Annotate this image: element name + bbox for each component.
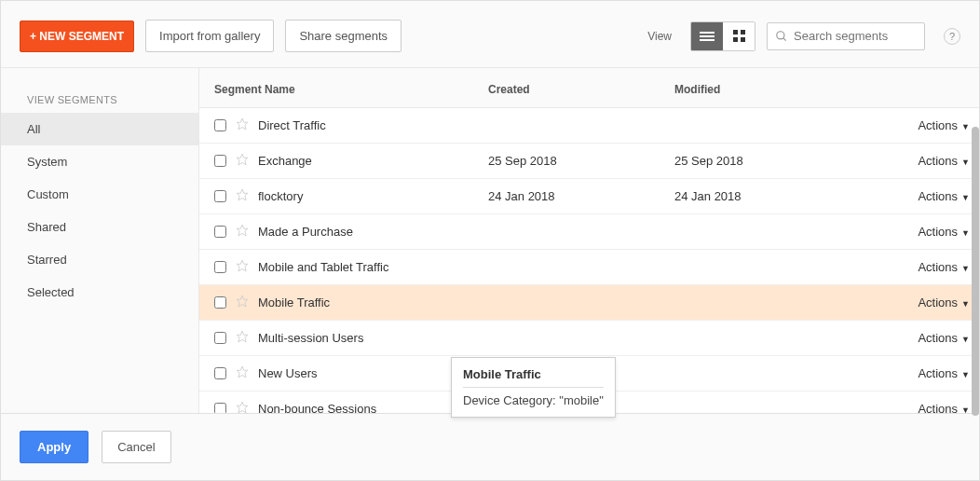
modified-cell: [665, 285, 851, 321]
sidebar-item-system[interactable]: System: [1, 145, 198, 178]
segment-tooltip: Mobile Traffic Device Category: "mobile": [451, 357, 616, 418]
search-box[interactable]: [767, 22, 925, 50]
row-checkbox[interactable]: [214, 261, 226, 273]
row-checkbox[interactable]: [214, 190, 226, 202]
search-icon: [775, 30, 788, 43]
segment-name: flocktory: [258, 189, 303, 203]
row-checkbox[interactable]: [214, 367, 226, 379]
apply-button[interactable]: Apply: [20, 431, 88, 463]
table-row[interactable]: Direct TrafficActions▼: [199, 108, 979, 144]
table-row[interactable]: flocktory24 Jan 201824 Jan 2018Actions▼: [199, 179, 979, 214]
svg-point-0: [777, 31, 784, 38]
sidebar: VIEW SEGMENTS All System Custom Shared S…: [1, 68, 198, 429]
svg-marker-7: [237, 295, 248, 307]
view-grid-button[interactable]: [723, 22, 755, 50]
caret-down-icon: ▼: [961, 335, 970, 344]
cancel-button[interactable]: Cancel: [102, 431, 170, 463]
sidebar-item-shared[interactable]: Shared: [1, 211, 198, 243]
star-icon[interactable]: [236, 365, 249, 381]
star-icon[interactable]: [236, 117, 249, 133]
star-icon[interactable]: [236, 259, 249, 275]
sidebar-item-selected[interactable]: Selected: [1, 276, 198, 309]
svg-marker-3: [237, 154, 248, 165]
table-row[interactable]: Mobile TrafficActions▼: [199, 285, 979, 321]
caret-down-icon: ▼: [961, 228, 970, 238]
actions-dropdown[interactable]: Actions▼: [851, 214, 979, 250]
search-input[interactable]: [794, 29, 917, 43]
segment-name: Made a Purchase: [258, 225, 353, 239]
segment-name: New Users: [258, 366, 318, 380]
segment-name: Mobile Traffic: [258, 295, 330, 309]
svg-marker-5: [237, 225, 248, 236]
created-cell: 25 Sep 2018: [479, 144, 665, 179]
caret-down-icon: ▼: [961, 158, 970, 167]
actions-dropdown[interactable]: Actions▼: [851, 321, 979, 356]
created-cell: [479, 250, 665, 285]
star-icon[interactable]: [236, 188, 249, 204]
svg-marker-6: [237, 260, 248, 271]
import-gallery-button[interactable]: Import from gallery: [145, 20, 274, 52]
scrollbar[interactable]: [972, 127, 979, 416]
modified-cell: [665, 214, 851, 250]
created-cell: 24 Jan 2018: [479, 179, 665, 214]
footer: Apply Cancel: [1, 413, 979, 480]
main: Segment Name Created Modified Direct Tra…: [198, 68, 979, 429]
view-list-button[interactable]: [691, 22, 723, 50]
segment-name: Direct Traffic: [258, 118, 326, 132]
star-icon[interactable]: [236, 330, 249, 346]
row-checkbox[interactable]: [214, 296, 226, 309]
modified-cell: 25 Sep 2018: [665, 144, 851, 179]
modified-cell: [665, 108, 851, 144]
segment-name: Mobile and Tablet Traffic: [258, 260, 388, 274]
modified-cell: 24 Jan 2018: [665, 179, 851, 214]
share-segments-button[interactable]: Share segments: [285, 20, 402, 52]
svg-line-1: [783, 37, 786, 40]
row-checkbox[interactable]: [214, 119, 226, 131]
table-row[interactable]: Exchange25 Sep 201825 Sep 2018Actions▼: [199, 144, 979, 179]
new-segment-button[interactable]: + NEW SEGMENT: [20, 21, 134, 52]
help-icon[interactable]: ?: [944, 28, 960, 45]
created-cell: [479, 108, 665, 144]
view-label: View: [647, 30, 672, 43]
list-icon: [700, 32, 715, 41]
actions-dropdown[interactable]: Actions▼: [851, 179, 979, 214]
svg-marker-2: [237, 118, 248, 130]
row-checkbox[interactable]: [214, 226, 226, 238]
row-checkbox[interactable]: [214, 332, 226, 344]
star-icon[interactable]: [236, 224, 249, 240]
col-header-modified[interactable]: Modified: [665, 68, 851, 108]
segments-panel: + NEW SEGMENT Import from gallery Share …: [0, 0, 980, 481]
caret-down-icon: ▼: [961, 370, 970, 379]
actions-dropdown[interactable]: Actions▼: [851, 144, 979, 179]
created-cell: [479, 214, 665, 250]
row-checkbox[interactable]: [214, 155, 226, 167]
table-row[interactable]: Multi-session UsersActions▼: [199, 321, 979, 356]
modified-cell: [665, 356, 851, 392]
star-icon[interactable]: [236, 153, 249, 169]
caret-down-icon: ▼: [961, 264, 970, 273]
star-icon[interactable]: [236, 295, 249, 310]
svg-marker-9: [237, 366, 248, 378]
table-row[interactable]: Made a PurchaseActions▼: [199, 214, 979, 250]
col-header-name[interactable]: Segment Name: [199, 68, 479, 108]
modified-cell: [665, 321, 851, 356]
modified-cell: [665, 250, 851, 285]
sidebar-item-starred[interactable]: Starred: [1, 243, 198, 276]
sidebar-item-custom[interactable]: Custom: [1, 178, 198, 211]
sidebar-item-all[interactable]: All: [1, 113, 198, 145]
grid-icon: [733, 30, 745, 42]
actions-dropdown[interactable]: Actions▼: [851, 356, 979, 392]
svg-marker-4: [237, 189, 248, 200]
tooltip-title: Mobile Traffic: [463, 367, 604, 388]
svg-marker-10: [237, 402, 248, 413]
actions-dropdown[interactable]: Actions▼: [851, 285, 979, 321]
svg-marker-8: [237, 331, 248, 342]
actions-dropdown[interactable]: Actions▼: [851, 250, 979, 285]
actions-dropdown[interactable]: Actions▼: [851, 108, 979, 144]
col-header-created[interactable]: Created: [479, 68, 665, 108]
segment-name: Multi-session Users: [258, 331, 363, 345]
col-header-actions: [851, 68, 979, 108]
table-row[interactable]: Mobile and Tablet TrafficActions▼: [199, 250, 979, 285]
caret-down-icon: ▼: [961, 122, 970, 131]
sidebar-title: VIEW SEGMENTS: [1, 94, 198, 113]
